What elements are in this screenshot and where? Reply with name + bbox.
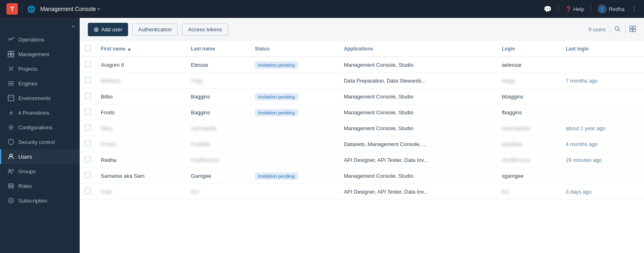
row-checkbox[interactable] xyxy=(85,124,91,131)
sidebar-collapse-button[interactable]: « xyxy=(0,21,80,32)
users-count: 9 users xyxy=(588,26,606,33)
cell-applications: Management Console, Studio xyxy=(339,57,497,73)
column-applications[interactable]: Applications xyxy=(339,41,497,57)
row-checkbox[interactable] xyxy=(85,77,91,83)
svg-rect-23 xyxy=(630,29,632,32)
app-title[interactable]: Management Console ▾ xyxy=(40,6,100,12)
sidebar-item-roles[interactable]: Roles xyxy=(0,179,80,193)
table-row[interactable]: MaryLachapelleManagement Console, Studio… xyxy=(80,120,644,136)
table-row[interactable]: BilboBagginsInvitation pendingManagement… xyxy=(80,89,644,105)
cell-login: pfuddled xyxy=(497,136,561,152)
cell-last-name: Elessar xyxy=(186,57,250,73)
cell-applications: API Designer, API Tester, Data Inv... xyxy=(339,152,497,168)
users-icon xyxy=(8,153,14,160)
status-badge: Invitation pending xyxy=(255,93,298,100)
table-row[interactable]: FrodoBagginsInvitation pendingManagement… xyxy=(80,105,644,120)
cell-last-name: Baggins xyxy=(186,105,250,120)
sidebar-item-label: Roles xyxy=(18,183,32,189)
sidebar-item-environments[interactable]: Environments xyxy=(0,91,80,105)
svg-rect-3 xyxy=(11,55,14,57)
cell-login: bbaggins xyxy=(497,89,561,105)
cell-applications: Data Preparation, Data Stewards... xyxy=(339,73,497,89)
row-checkbox[interactable] xyxy=(85,109,91,115)
status-badge: Invitation pending xyxy=(255,61,298,69)
row-checkbox[interactable] xyxy=(85,61,91,67)
row-checkbox[interactable] xyxy=(85,172,91,178)
svg-rect-21 xyxy=(630,26,632,28)
sidebar-item-users[interactable]: Users xyxy=(0,149,80,164)
help-button[interactable]: ❓ Help xyxy=(565,6,584,12)
cell-first-name: Redha xyxy=(96,152,186,168)
sidebar-item-operations[interactable]: Operations xyxy=(0,32,80,47)
table-row[interactable]: RedhaFredthomusAPI Designer, API Tester,… xyxy=(80,152,644,168)
grid-view-icon[interactable] xyxy=(629,26,636,34)
table-row[interactable]: Aragorn IIElessarInvitation pendingManag… xyxy=(80,57,644,73)
globe-icon: 🌐 xyxy=(26,4,36,14)
table-row[interactable]: BethanyTrippData Preparation, Data Stewa… xyxy=(80,73,644,89)
app-logo: T xyxy=(7,3,18,15)
cell-login: aelessar xyxy=(497,57,561,73)
sidebar-item-label: Subscription xyxy=(18,198,48,204)
sidebar-item-groups[interactable]: Groups xyxy=(0,164,80,179)
nav-divider xyxy=(22,5,22,13)
row-checkbox[interactable] xyxy=(85,93,91,99)
cell-first-name: Bethany xyxy=(96,73,186,89)
management-icon xyxy=(8,51,14,57)
environments-icon xyxy=(8,95,14,101)
cell-status xyxy=(250,152,339,168)
cell-status xyxy=(250,184,339,200)
sidebar-item-promotions[interactable]: # # Promotions xyxy=(0,105,80,120)
access-tokens-button[interactable]: Access tokens xyxy=(182,24,228,35)
sidebar-item-management[interactable]: Management xyxy=(0,47,80,61)
table-row[interactable]: VrakKntAPI Designer, API Tester, Data In… xyxy=(80,184,644,200)
cell-last-name: Knt xyxy=(186,184,250,200)
svg-point-19 xyxy=(615,26,619,30)
sidebar-item-subscription[interactable]: Subscription xyxy=(0,193,80,208)
subscription-icon xyxy=(8,197,14,204)
row-checkbox[interactable] xyxy=(85,188,91,194)
sidebar-item-security-control[interactable]: Security control xyxy=(0,135,80,149)
svg-line-20 xyxy=(618,30,620,31)
cell-last-name: Lachapelle xyxy=(186,120,250,136)
sidebar-item-configurations[interactable]: Configurations xyxy=(0,120,80,135)
sidebar-item-label: Management xyxy=(18,51,49,57)
user-avatar-icon: 👤 xyxy=(598,4,607,13)
sidebar-item-label: Security control xyxy=(18,139,55,145)
search-icon[interactable] xyxy=(614,26,621,34)
cell-last-name: Fredthomus xyxy=(186,152,250,168)
sidebar-item-label: Engines xyxy=(18,81,37,87)
table-header-row: First name ▲ Last name Status Applicatio… xyxy=(80,41,644,57)
table-row[interactable]: Samwise aka SamGamgeeInvitation pendingM… xyxy=(80,168,644,184)
add-user-button[interactable]: ⊕ Add user xyxy=(88,23,128,36)
sidebar-item-label: Operations xyxy=(18,37,44,43)
cell-first-name: Vrak xyxy=(96,184,186,200)
sidebar-item-label: Environments xyxy=(18,95,50,101)
sidebar-item-projects[interactable]: Projects xyxy=(0,61,80,76)
projects-icon xyxy=(8,65,14,72)
column-first-name[interactable]: First name ▲ xyxy=(96,41,186,57)
table-row[interactable]: PowellFuddledDatasets, Management Consol… xyxy=(80,136,644,152)
sidebar-item-label: Groups xyxy=(18,168,36,174)
more-options-icon[interactable]: ⋮ xyxy=(631,5,637,13)
cell-last-login: 29 minutes ago xyxy=(561,152,644,168)
notification-icon[interactable]: 💬 xyxy=(544,5,552,13)
cell-first-name: Frodo xyxy=(96,105,186,120)
status-badge: Invitation pending xyxy=(255,109,298,116)
cell-applications: API Designer, API Tester, Data Inv... xyxy=(339,184,497,200)
row-checkbox[interactable] xyxy=(85,140,91,146)
authentication-button[interactable]: Authentication xyxy=(132,24,178,35)
row-checkbox[interactable] xyxy=(85,156,91,162)
svg-point-11 xyxy=(10,126,12,129)
column-status[interactable]: Status xyxy=(250,41,339,57)
svg-rect-0 xyxy=(8,51,11,54)
column-last-login[interactable]: Last login xyxy=(561,41,644,57)
column-login[interactable]: Login xyxy=(497,41,561,57)
cell-last-name: Baggins xyxy=(186,89,250,105)
sidebar-item-engines[interactable]: Engines xyxy=(0,76,80,91)
svg-rect-2 xyxy=(8,55,11,57)
svg-rect-24 xyxy=(633,29,635,32)
column-last-name[interactable]: Last name xyxy=(186,41,250,57)
sidebar-item-label: Users xyxy=(18,154,32,160)
select-all-checkbox[interactable] xyxy=(85,45,91,51)
user-menu[interactable]: 👤 Redha xyxy=(598,4,624,13)
